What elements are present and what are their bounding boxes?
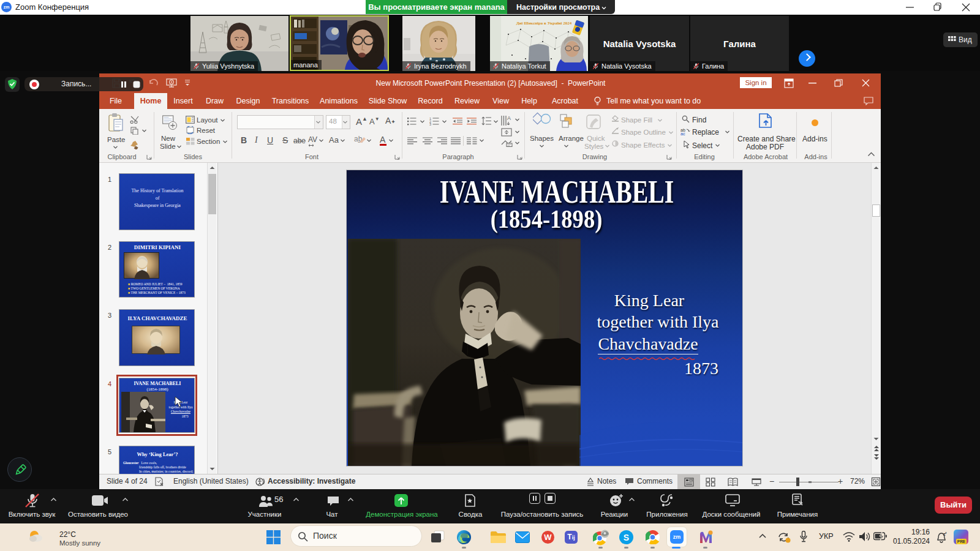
svg-text:3: 3	[429, 122, 431, 126]
svg-text:z: z	[945, 531, 947, 534]
svg-text:Дні Шекспіра в Україні 2024: Дні Шекспіра в Україні 2024	[516, 21, 572, 26]
svg-text:S: S	[624, 533, 629, 542]
svg-text:ac: ac	[680, 132, 685, 135]
svg-text:A: A	[507, 115, 511, 121]
